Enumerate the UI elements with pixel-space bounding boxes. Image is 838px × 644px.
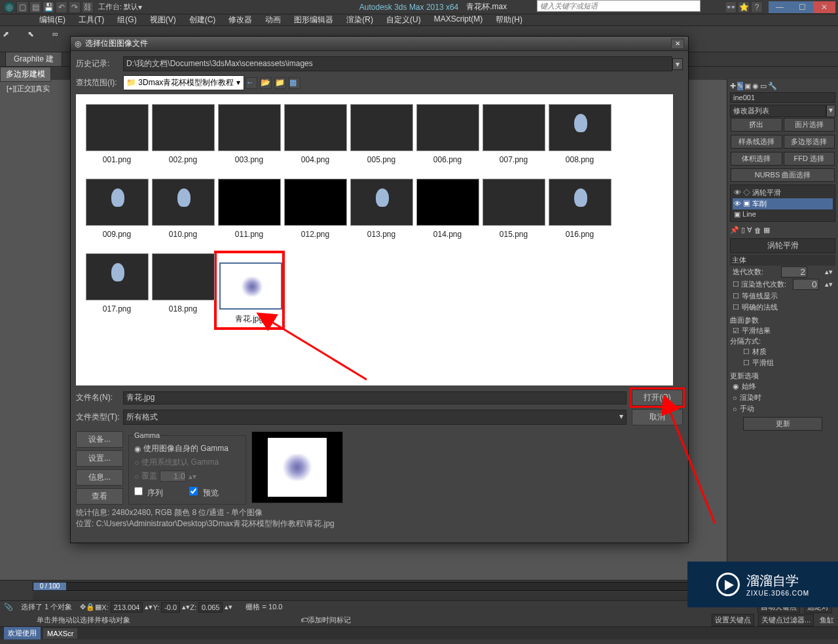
save-icon[interactable]: 💾 xyxy=(43,1,54,13)
bind-icon[interactable]: ∞ xyxy=(52,29,72,49)
always-radio[interactable]: 始终 xyxy=(742,382,756,391)
file-list[interactable]: 001.png002.png003.png004.png005.png006.p… xyxy=(76,94,673,385)
setup-button[interactable]: 设置... xyxy=(76,450,123,467)
display-panel-icon[interactable]: ▭ xyxy=(760,82,767,90)
cancel-button[interactable]: 取消 xyxy=(632,409,683,425)
menu-修改器[interactable]: 修改器 xyxy=(222,14,259,26)
transform-type-icon[interactable]: ▦ xyxy=(95,603,101,611)
lookin-dropdown[interactable]: 📁 3Dmax青花杯模型制作教程 ▾ xyxy=(123,75,244,90)
material-label[interactable]: 材质 xyxy=(752,347,767,357)
onrender-radio[interactable]: 渲染时 xyxy=(740,393,761,402)
file-004.png[interactable]: 004.png xyxy=(283,104,348,164)
binoculars-icon[interactable]: 👓 xyxy=(725,1,737,13)
configure-icon[interactable]: ▦ xyxy=(763,226,770,234)
redo-icon[interactable]: ↷ xyxy=(69,1,81,13)
turbosmooth-rollout-header[interactable]: 涡轮平滑 xyxy=(730,238,835,253)
file-013.png[interactable]: 013.png xyxy=(349,179,414,239)
menu-组(G)[interactable]: 组(G) xyxy=(111,14,143,26)
remove-mod-icon[interactable]: 🗑 xyxy=(754,226,761,234)
graphite-tab[interactable]: Graphite 建 xyxy=(5,52,62,67)
smooth-result-label[interactable]: 平滑结果 xyxy=(742,326,771,336)
menu-视图(V)[interactable]: 视图(V) xyxy=(143,14,183,26)
filetype-dropdown[interactable]: 所有格式▾ xyxy=(123,410,627,425)
menu-渲染(R)[interactable]: 渲染(R) xyxy=(340,14,380,26)
menu-动画[interactable]: 动画 xyxy=(259,14,287,26)
explicit-normals-label[interactable]: 明确的法线 xyxy=(742,302,778,312)
gamma-system-radio[interactable]: ○ xyxy=(134,458,139,467)
poly-select-button[interactable]: 多边形选择 xyxy=(784,135,835,149)
newfolder-icon[interactable]: 📁 xyxy=(274,77,286,89)
unlink-icon[interactable]: ⬉ xyxy=(27,29,47,49)
menu-图形编辑器[interactable]: 图形编辑器 xyxy=(287,14,340,26)
help-search-input[interactable] xyxy=(537,0,701,12)
file-015.png[interactable]: 015.png xyxy=(481,179,547,239)
file-008.png[interactable]: 008.png xyxy=(547,104,613,164)
modifier-list-dropdown[interactable]: 修改器列表 xyxy=(730,105,826,117)
spline-select-button[interactable]: 样条线选择 xyxy=(731,135,782,149)
file-011.png[interactable]: 011.png xyxy=(217,179,282,239)
z-field[interactable]: 0.065 xyxy=(198,602,223,613)
info-button[interactable]: 信息... xyxy=(76,469,123,486)
smoothgroup-label[interactable]: 平滑组 xyxy=(752,358,774,368)
x-field[interactable]: 213.004 xyxy=(111,602,143,613)
star-icon[interactable]: ⭐ xyxy=(738,1,750,13)
file-014.png[interactable]: 014.png xyxy=(415,179,481,239)
lock-selection-icon[interactable]: 🔒 xyxy=(86,603,95,611)
file-青花.jpg[interactable]: 青花.jpg xyxy=(217,253,282,327)
menu-自定义(U)[interactable]: 自定义(U) xyxy=(380,14,428,26)
render-iter-spinner[interactable] xyxy=(793,279,819,290)
vol-select-button[interactable]: 体积选择 xyxy=(731,152,782,166)
select-link-icon[interactable]: ⬈ xyxy=(3,29,22,49)
keyfilter-button[interactable]: 关键点过滤器... xyxy=(758,614,814,626)
file-018.png[interactable]: 018.png xyxy=(151,253,216,327)
file-012.png[interactable]: 012.png xyxy=(283,179,348,239)
modifier-stack[interactable]: 👁 ◇ 涡轮平滑 👁 ▣ 车削 ▣ Line xyxy=(730,185,835,222)
motion-panel-icon[interactable]: ◉ xyxy=(752,82,759,90)
file-005.png[interactable]: 005.png xyxy=(349,104,414,164)
isoline-label[interactable]: 等值线显示 xyxy=(742,291,778,301)
timetag-icon[interactable]: 🏷 xyxy=(301,616,308,624)
app-menu-icon[interactable]: ◎ xyxy=(3,1,15,13)
window-close[interactable]: ✕ xyxy=(813,1,835,13)
setkey-button[interactable]: 设置关键点 xyxy=(712,614,754,626)
up-icon[interactable]: 📂 xyxy=(260,77,272,89)
preview-checkbox[interactable]: 预览 xyxy=(189,487,218,499)
menu-帮助(H)[interactable]: 帮助(H) xyxy=(489,14,529,26)
y-field[interactable]: -0.0 xyxy=(161,602,180,613)
utilities-panel-icon[interactable]: 🔧 xyxy=(768,82,777,90)
poly-modeling-tab[interactable]: 多边形建模 xyxy=(0,67,51,82)
viewmode-icon[interactable]: ▦ xyxy=(289,77,301,89)
file-003.png[interactable]: 003.png xyxy=(217,104,282,164)
window-minimize[interactable]: — xyxy=(769,1,791,13)
link-icon[interactable]: ⛓ xyxy=(82,1,94,13)
pin-stack-icon[interactable]: 📌 xyxy=(730,226,739,234)
modify-panel-icon[interactable]: ✎ xyxy=(737,82,743,90)
lock-icon[interactable]: 📎 xyxy=(4,603,13,611)
history-dropdown-arrow[interactable]: ▾ xyxy=(672,58,683,70)
ffd-select-button[interactable]: FFD 选择 xyxy=(784,152,835,166)
sequence-checkbox[interactable]: 序列 xyxy=(134,487,163,499)
file-001.png[interactable]: 001.png xyxy=(84,104,150,164)
face-select-button[interactable]: 面片选择 xyxy=(784,118,835,132)
device-button[interactable]: 设备... xyxy=(76,431,123,448)
help-icon[interactable]: ? xyxy=(751,1,763,13)
hierarchy-panel-icon[interactable]: ▣ xyxy=(744,82,751,90)
viewport-label[interactable]: [+][正交][真实 xyxy=(7,84,50,94)
open-icon[interactable]: ▤ xyxy=(29,1,41,13)
iterations-spinner[interactable] xyxy=(781,266,807,277)
open-button[interactable]: 打开(O) xyxy=(632,389,683,406)
manual-radio[interactable]: 手动 xyxy=(740,404,754,414)
filename-input[interactable] xyxy=(123,391,627,404)
menu-MAXScript(M)[interactable]: MAXScript(M) xyxy=(428,14,490,26)
nurbs-select-button[interactable]: NURBS 曲面选择 xyxy=(731,168,835,182)
history-dropdown[interactable]: D:\我的文档\Documents\3dsMax\sceneassets\ima… xyxy=(123,56,672,71)
make-unique-icon[interactable]: ∀ xyxy=(747,226,752,234)
file-007.png[interactable]: 007.png xyxy=(481,104,547,164)
view-button[interactable]: 查看 xyxy=(76,488,123,505)
file-002.png[interactable]: 002.png xyxy=(151,104,216,164)
menu-创建(C)[interactable]: 创建(C) xyxy=(183,14,223,26)
dialog-titlebar[interactable]: ◎ 选择位图图像文件 ✕ xyxy=(71,37,688,51)
gamma-override-radio[interactable]: ○ xyxy=(134,472,139,481)
file-017.png[interactable]: 017.png xyxy=(84,253,150,327)
crosshair-icon[interactable]: ✥ xyxy=(80,603,86,611)
